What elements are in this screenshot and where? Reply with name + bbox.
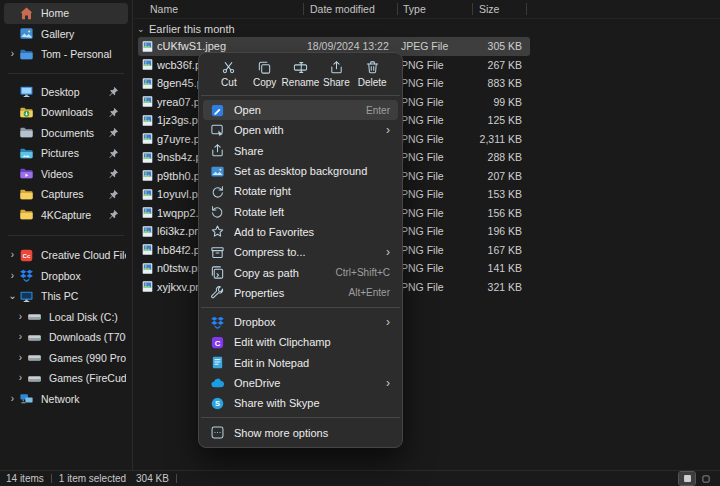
file-type: PNG File xyxy=(401,59,471,71)
copy-path-icon xyxy=(210,265,225,280)
menu-divider xyxy=(201,95,400,96)
quick-action-label: Share xyxy=(323,77,350,88)
group-header[interactable]: ⌄ Earlier this month xyxy=(137,23,235,35)
file-date-modified: 18/09/2024 13:22 xyxy=(307,40,401,52)
large-thumbnails-view-icon xyxy=(701,474,711,484)
column-header-date-modified[interactable]: Date modified xyxy=(310,3,375,15)
wallpaper-icon xyxy=(210,164,225,179)
sidebar-item-games-990-pro-e[interactable]: ›Games (990 Pro) (E:) xyxy=(12,348,128,369)
sidebar-item-downloads-t700-d[interactable]: ›Downloads (T700) (D:) xyxy=(12,327,128,348)
menu-item-compress-to[interactable]: Compress to...› xyxy=(203,242,398,262)
column-divider[interactable] xyxy=(472,3,473,15)
cut-button[interactable]: Cut xyxy=(211,60,247,88)
chevron-right-icon[interactable]: › xyxy=(14,373,27,383)
creative-cloud-icon: Cc xyxy=(19,248,34,263)
open-with-icon xyxy=(210,123,225,138)
file-size: 196 KB xyxy=(471,225,530,237)
svg-text:S: S xyxy=(215,399,220,408)
menu-item-label: Properties xyxy=(234,287,341,299)
menu-item-onedrive[interactable]: OneDrive› xyxy=(203,373,398,393)
drive-icon xyxy=(27,350,42,365)
chevron-right-icon[interactable]: › xyxy=(6,394,19,404)
wrench-icon xyxy=(210,285,225,300)
delete-button[interactable]: Delete xyxy=(354,60,390,88)
menu-item-label: Share xyxy=(234,145,390,157)
large-thumbnails-view-button[interactable] xyxy=(698,472,714,485)
chevron-right-icon[interactable]: › xyxy=(6,250,19,260)
rename-button[interactable]: Rename xyxy=(283,60,319,88)
image-file-icon xyxy=(141,77,154,90)
image-file-icon xyxy=(141,262,154,275)
menu-item-dropbox[interactable]: Dropbox› xyxy=(203,312,398,332)
sidebar-item-home[interactable]: Home xyxy=(4,3,128,24)
menu-item-label: Open xyxy=(234,104,358,116)
menu-item-copy-as-path[interactable]: Copy as pathCtrl+Shift+C xyxy=(203,262,398,282)
context-menu: CutCopyRenameShareDeleteOpenEnterOpen wi… xyxy=(198,52,403,448)
sidebar-item-label: Pictures xyxy=(41,147,106,159)
sidebar-item-local-disk-c[interactable]: ›Local Disk (C:) xyxy=(12,307,128,328)
menu-item-edit-with-clipchamp[interactable]: CEdit with Clipchamp xyxy=(203,332,398,352)
column-header-name[interactable]: Name xyxy=(150,3,178,15)
file-size: 288 KB xyxy=(471,151,530,163)
sidebar-item-games-firecuda-530-f[interactable]: ›Games (FireCuda 530) (F:) xyxy=(12,368,128,389)
chevron-down-icon[interactable]: ⌄ xyxy=(137,24,149,34)
column-header-type[interactable]: Type xyxy=(403,3,426,15)
file-type: PNG File xyxy=(401,244,471,256)
file-type: PNG File xyxy=(401,151,471,163)
sidebar-item-label: Downloads (T700) (D:) xyxy=(49,331,126,343)
sidebar-item-desktop[interactable]: Desktop xyxy=(4,82,128,103)
sidebar-item-4kcapture[interactable]: 4KCapture xyxy=(4,205,128,226)
menu-item-show-more-options[interactable]: Show more options xyxy=(203,422,398,442)
menu-item-rotate-left[interactable]: Rotate left xyxy=(203,201,398,221)
sidebar-item-gallery[interactable]: Gallery xyxy=(4,24,128,45)
chevron-right-icon[interactable]: › xyxy=(14,312,27,322)
chevron-down-icon[interactable]: ⌄ xyxy=(6,291,19,301)
column-header-size[interactable]: Size xyxy=(479,3,499,15)
details-view-button[interactable] xyxy=(679,472,695,485)
menu-item-add-to-favorites[interactable]: Add to Favorites xyxy=(203,222,398,242)
rotate-left-icon xyxy=(210,204,225,219)
sidebar-item-label: Tom - Personal xyxy=(41,48,126,60)
pin-icon xyxy=(108,189,119,200)
drive-icon xyxy=(27,371,42,386)
dropbox-icon xyxy=(19,268,34,283)
copy-button[interactable]: Copy xyxy=(247,60,283,88)
menu-item-set-as-desktop-background[interactable]: Set as desktop background xyxy=(203,161,398,181)
column-divider[interactable] xyxy=(397,3,398,15)
sidebar-item-videos[interactable]: Videos xyxy=(4,164,128,185)
sidebar-item-downloads[interactable]: Downloads xyxy=(4,102,128,123)
sidebar-item-dropbox[interactable]: ›Dropbox xyxy=(4,266,128,287)
sidebar-item-label: Dropbox xyxy=(41,270,126,282)
share-icon xyxy=(329,60,344,75)
share-button[interactable]: Share xyxy=(319,60,355,88)
menu-item-share-with-skype[interactable]: SShare with Skype xyxy=(203,393,398,413)
file-type: PNG File xyxy=(401,96,471,108)
sidebar-item-this-pc[interactable]: ⌄This PC xyxy=(4,286,128,307)
menu-item-rotate-right[interactable]: Rotate right xyxy=(203,181,398,201)
file-size: 321 KB xyxy=(471,281,530,293)
menu-item-share[interactable]: Share xyxy=(203,141,398,161)
sidebar-item-tom-personal[interactable]: ›Tom - Personal xyxy=(4,44,128,65)
menu-item-properties[interactable]: PropertiesAlt+Enter xyxy=(203,283,398,303)
sidebar-item-pictures[interactable]: Pictures xyxy=(4,143,128,164)
sidebar-item-label: Videos xyxy=(41,168,106,180)
chevron-right-icon[interactable]: › xyxy=(14,332,27,342)
menu-item-label: Open with xyxy=(234,124,378,136)
chevron-right-icon[interactable]: › xyxy=(14,353,27,363)
sidebar-item-label: Downloads xyxy=(41,106,106,118)
menu-item-open-with[interactable]: Open with› xyxy=(203,120,398,140)
pin-icon xyxy=(108,209,119,220)
sidebar-item-network[interactable]: ›Network xyxy=(4,389,128,410)
sidebar-item-documents[interactable]: Documents xyxy=(4,123,128,144)
column-divider[interactable] xyxy=(303,3,304,15)
chevron-right-icon[interactable]: › xyxy=(6,271,19,281)
image-file-icon xyxy=(141,95,154,108)
menu-item-edit-in-notepad[interactable]: Edit in Notepad xyxy=(203,353,398,373)
chevron-right-icon[interactable]: › xyxy=(6,49,19,59)
drive-icon xyxy=(27,330,42,345)
selection-count-label: 1 item selected xyxy=(59,473,126,484)
sidebar-item-creative-cloud-files[interactable]: ›CcCreative Cloud Files xyxy=(4,245,128,266)
column-divider[interactable] xyxy=(526,3,527,15)
sidebar-item-captures[interactable]: Captures xyxy=(4,184,128,205)
menu-item-open[interactable]: OpenEnter xyxy=(203,100,398,120)
